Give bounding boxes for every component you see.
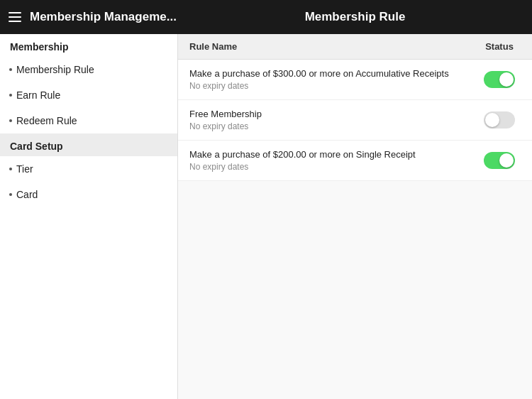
- sidebar: Membership Membership Rule Earn Rule Red…: [0, 34, 178, 399]
- main-layout: Membership Membership Rule Earn Rule Red…: [0, 34, 532, 399]
- sidebar-item-tier[interactable]: Tier: [0, 156, 177, 182]
- rule-toggle[interactable]: [484, 111, 515, 129]
- sidebar-item-label: Earn Rule: [16, 89, 60, 101]
- rule-name: Make a purchase of $300.00 or more on Ac…: [189, 68, 478, 79]
- rule-name: Free Membership: [189, 109, 478, 119]
- page-title-area: Membership Rule: [178, 10, 532, 24]
- rule-row: Free Membership No expiry dates: [178, 100, 532, 141]
- sidebar-item-label: Redeem Rule: [16, 115, 77, 126]
- app-title: Membership Manageme...: [30, 10, 177, 24]
- sidebar-header-area: Membership Manageme...: [0, 10, 178, 24]
- rule-toggle-area: [478, 71, 521, 88]
- column-header-status: Status: [478, 41, 521, 52]
- sidebar-item-earn-rule[interactable]: Earn Rule: [0, 82, 177, 108]
- rule-info: Free Membership No expiry dates: [189, 109, 478, 131]
- table-header: Rule Name Status: [178, 34, 532, 60]
- rule-name: Make a purchase of $200.00 or more on Si…: [189, 149, 478, 160]
- sidebar-item-card[interactable]: Card: [0, 182, 177, 207]
- rule-expiry: No expiry dates: [189, 81, 478, 91]
- hamburger-menu-icon[interactable]: [9, 12, 21, 22]
- sidebar-item-membership-rule[interactable]: Membership Rule: [0, 57, 177, 82]
- top-header: Membership Manageme... Membership Rule: [0, 0, 532, 34]
- page-title: Membership Rule: [305, 10, 406, 23]
- rule-expiry: No expiry dates: [189, 121, 478, 131]
- rule-row: Make a purchase of $300.00 or more on Ac…: [178, 60, 532, 100]
- rule-row: Make a purchase of $200.00 or more on Si…: [178, 141, 532, 181]
- column-header-rule-name: Rule Name: [189, 41, 478, 52]
- rule-toggle[interactable]: [484, 152, 515, 169]
- sidebar-item-label: Card: [16, 189, 38, 200]
- rule-toggle-area: [478, 111, 521, 129]
- sidebar-item-label: Membership Rule: [16, 64, 94, 75]
- rule-info: Make a purchase of $200.00 or more on Si…: [189, 149, 478, 172]
- toggle-knob: [485, 113, 499, 127]
- sidebar-item-redeem-rule[interactable]: Redeem Rule: [0, 108, 177, 133]
- toggle-knob: [499, 72, 514, 87]
- rule-expiry: No expiry dates: [189, 162, 478, 172]
- sidebar-section-membership: Membership: [0, 34, 177, 57]
- rule-toggle-area: [478, 152, 521, 169]
- sidebar-section-card-setup: Card Setup: [0, 133, 177, 156]
- rule-info: Make a purchase of $300.00 or more on Ac…: [189, 68, 478, 91]
- rule-toggle[interactable]: [484, 71, 515, 88]
- content-area: Rule Name Status Make a purchase of $300…: [178, 34, 532, 399]
- toggle-knob: [499, 153, 514, 168]
- sidebar-item-label: Tier: [16, 163, 33, 175]
